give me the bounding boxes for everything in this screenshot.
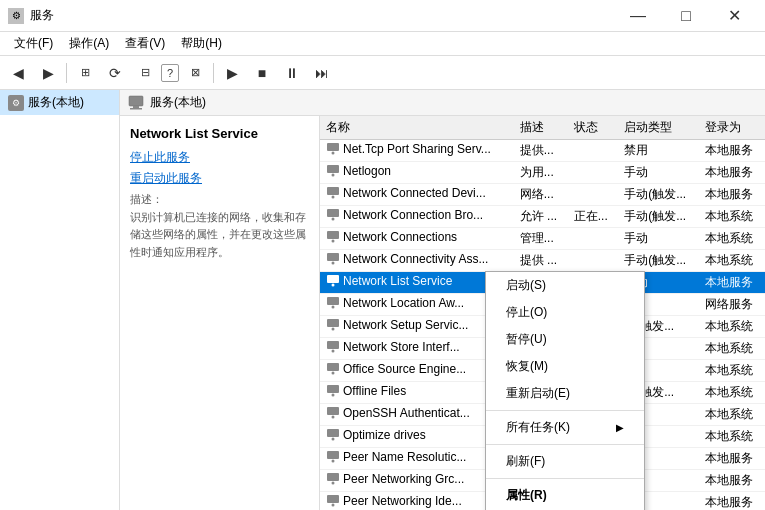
svg-rect-33 (327, 473, 339, 481)
service-status-cell (568, 250, 618, 272)
maximize-button[interactable]: □ (663, 0, 709, 32)
svg-point-16 (332, 284, 335, 287)
table-row[interactable]: Network Connectivity Ass...提供 ...手动(触发..… (320, 250, 765, 272)
service-status-cell (568, 184, 618, 206)
table-row[interactable]: Network Connected Devi...网络...手动(触发...本地… (320, 184, 765, 206)
svg-rect-9 (327, 209, 339, 217)
service-loginas-cell: 本地服务 (699, 162, 765, 184)
table-row[interactable]: Net.Tcp Port Sharing Serv...提供...禁用本地服务 (320, 140, 765, 162)
action2-button[interactable]: ⊠ (181, 59, 209, 87)
help-button[interactable]: ? (161, 64, 179, 82)
service-name-cell: Network Connectivity Ass... (320, 250, 514, 272)
service-status-cell (568, 140, 618, 162)
desc-title: Network List Service (130, 126, 309, 141)
svg-point-6 (332, 174, 335, 177)
context-menu: 启动(S)停止(O)暂停(U)恢复(M)重新启动(E)所有任务(K)▶刷新(F)… (485, 271, 645, 510)
service-status-cell: 正在... (568, 206, 618, 228)
context-menu-item-properties[interactable]: 属性(R) (486, 482, 644, 509)
title-buttons: — □ ✕ (615, 0, 757, 32)
context-menu-separator (486, 444, 644, 445)
service-name-cell: Network Connected Devi... (320, 184, 514, 206)
menu-action[interactable]: 操作(A) (61, 33, 117, 54)
table-row[interactable]: Network Connections管理...手动本地系统 (320, 228, 765, 250)
svg-point-36 (332, 504, 335, 507)
desc-text: 描述： 识别计算机已连接的网络，收集和存储这些网络的属性，并在更改这些属性时通知… (130, 191, 309, 261)
context-menu-item-resume[interactable]: 恢复(M) (486, 353, 644, 380)
main-layout: ⚙ 服务(本地) 服务(本地) Network List Service 停止此… (0, 90, 765, 510)
action-button[interactable]: ⊟ (131, 59, 159, 87)
service-status-cell (568, 228, 618, 250)
svg-rect-35 (327, 495, 339, 503)
col-desc: 描述 (514, 116, 568, 140)
service-starttype-cell: 手动 (618, 228, 699, 250)
service-loginas-cell: 本地系统 (699, 360, 765, 382)
svg-rect-17 (327, 297, 339, 305)
service-desc-cell: 提供... (514, 140, 568, 162)
menu-view[interactable]: 查看(V) (117, 33, 173, 54)
pause-button[interactable]: ⏸ (278, 59, 306, 87)
svg-point-34 (332, 482, 335, 485)
service-desc-cell: 为用... (514, 162, 568, 184)
svg-rect-11 (327, 231, 339, 239)
table-row[interactable]: Netlogon为用...手动本地服务 (320, 162, 765, 184)
svg-point-14 (332, 262, 335, 265)
nav-item-local[interactable]: ⚙ 服务(本地) (0, 90, 119, 115)
nav-icon: ⚙ (8, 95, 24, 111)
context-menu-item-start[interactable]: 启动(S) (486, 272, 644, 299)
stop-button[interactable]: ■ (248, 59, 276, 87)
svg-rect-2 (130, 108, 142, 110)
service-desc-cell: 提供 ... (514, 250, 568, 272)
svg-rect-13 (327, 253, 339, 261)
menu-help[interactable]: 帮助(H) (173, 33, 230, 54)
service-starttype-cell: 手动(触发... (618, 206, 699, 228)
svg-rect-29 (327, 429, 339, 437)
menu-file[interactable]: 文件(F) (6, 33, 61, 54)
svg-point-30 (332, 438, 335, 441)
resume-button[interactable]: ⏭ (308, 59, 336, 87)
service-loginas-cell: 本地服务 (699, 470, 765, 492)
svg-rect-15 (327, 275, 339, 283)
forward-button[interactable]: ▶ (34, 59, 62, 87)
context-menu-item-refresh[interactable]: 刷新(F) (486, 448, 644, 475)
table-row[interactable]: Network Connection Bro...允许 ...正在...手动(触… (320, 206, 765, 228)
context-menu-item-restart[interactable]: 重新启动(E) (486, 380, 644, 407)
app-icon: ⚙ (8, 8, 24, 24)
col-starttype: 启动类型 (618, 116, 699, 140)
service-loginas-cell: 网络服务 (699, 294, 765, 316)
service-loginas-cell: 本地服务 (699, 272, 765, 294)
svg-point-20 (332, 328, 335, 331)
context-menu-separator (486, 410, 644, 411)
col-status: 状态 (568, 116, 618, 140)
context-menu-item-stop[interactable]: 停止(O) (486, 299, 644, 326)
service-name-cell: Network Connection Bro... (320, 206, 514, 228)
context-menu-item-pause[interactable]: 暂停(U) (486, 326, 644, 353)
service-loginas-cell: 本地系统 (699, 426, 765, 448)
submenu-arrow-icon: ▶ (616, 422, 624, 433)
toolbar-sep-2 (213, 63, 214, 83)
menu-bar: 文件(F) 操作(A) 查看(V) 帮助(H) (0, 32, 765, 56)
svg-rect-25 (327, 385, 339, 393)
col-name: 名称 (320, 116, 514, 140)
svg-point-28 (332, 416, 335, 419)
restart-service-link[interactable]: 重启动此服务 (130, 171, 202, 185)
close-button[interactable]: ✕ (711, 0, 757, 32)
toolbar: ◀ ▶ ⊞ ⟳ ⊟ ? ⊠ ▶ ■ ⏸ ⏭ (0, 56, 765, 90)
svg-point-10 (332, 218, 335, 221)
desc-pane: Network List Service 停止此服务 重启动此服务 描述： 识别… (120, 116, 320, 510)
up-button[interactable]: ⊞ (71, 59, 99, 87)
svg-point-4 (332, 152, 335, 155)
svg-point-22 (332, 350, 335, 353)
service-starttype-cell: 禁用 (618, 140, 699, 162)
minimize-button[interactable]: — (615, 0, 661, 32)
service-starttype-cell: 手动(触发... (618, 250, 699, 272)
context-menu-item-alltasks[interactable]: 所有任务(K)▶ (486, 414, 644, 441)
service-loginas-cell: 本地系统 (699, 316, 765, 338)
service-loginas-cell: 本地系统 (699, 228, 765, 250)
svg-rect-7 (327, 187, 339, 195)
refresh-button[interactable]: ⟳ (101, 59, 129, 87)
play-button[interactable]: ▶ (218, 59, 246, 87)
svg-rect-19 (327, 319, 339, 327)
col-loginas: 登录为 (699, 116, 765, 140)
back-button[interactable]: ◀ (4, 59, 32, 87)
stop-service-link[interactable]: 停止此服务 (130, 150, 190, 164)
